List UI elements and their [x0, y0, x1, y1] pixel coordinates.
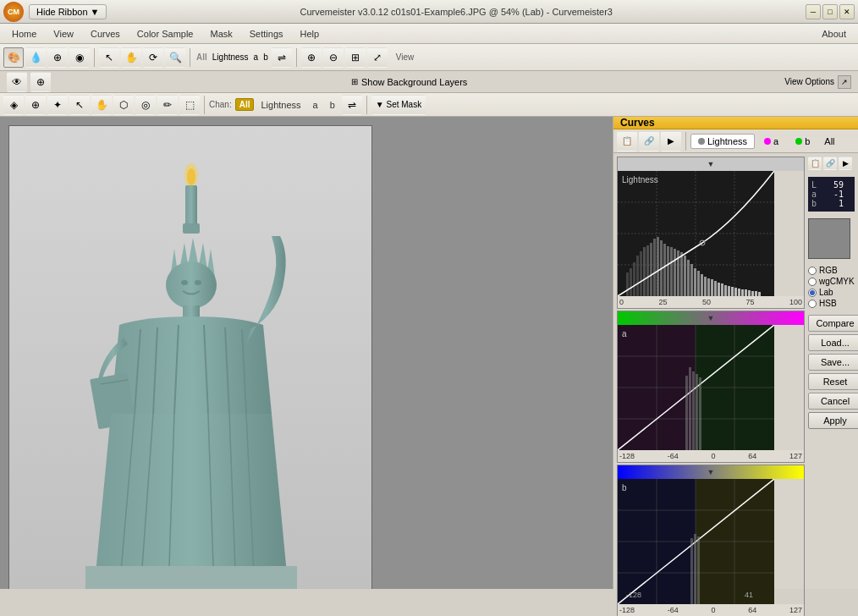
- channel-tool[interactable]: ⊕: [47, 47, 68, 68]
- svg-rect-77: [689, 367, 691, 450]
- menu-view[interactable]: View: [45, 27, 82, 41]
- hand-tool[interactable]: ✋: [121, 47, 141, 68]
- curves-tab-tool-3[interactable]: ▶: [661, 131, 681, 151]
- info-tool-2[interactable]: 🔗: [823, 157, 837, 170]
- curves-tool-4[interactable]: ↖: [69, 95, 90, 115]
- svg-rect-28: [636, 256, 639, 296]
- radio-wgcmyk[interactable]: wgCMYK: [808, 277, 855, 286]
- window-title: Curvemeister v3.0.12 c01s01-Example6.JPG…: [107, 7, 806, 17]
- svg-rect-41: [680, 252, 683, 296]
- load-button[interactable]: Load...: [808, 334, 858, 351]
- zoom-in-btn[interactable]: ⊕: [301, 47, 322, 68]
- curves-tab-all[interactable]: All: [819, 135, 839, 148]
- color-preview-swatch: [808, 218, 850, 259]
- info-tool-3[interactable]: ▶: [839, 157, 852, 170]
- menu-help[interactable]: Help: [292, 27, 328, 41]
- apply-button[interactable]: Apply: [808, 412, 858, 429]
- chan-all-btn[interactable]: All: [235, 98, 255, 111]
- svg-rect-62: [751, 291, 754, 296]
- radio-rgb-circle: [808, 267, 817, 275]
- compare-button[interactable]: Compare: [808, 315, 858, 332]
- svg-rect-52: [718, 283, 720, 296]
- svg-rect-92: [694, 534, 696, 604]
- color-wheel-tool[interactable]: ◉: [69, 47, 90, 68]
- svg-point-3: [187, 168, 195, 185]
- curves-tool-2[interactable]: ⊕: [25, 95, 46, 115]
- eyedropper-tool[interactable]: 💧: [25, 47, 46, 68]
- show-background-layers-button[interactable]: ⊞ Show Background Layers: [351, 77, 467, 87]
- svg-rect-49: [707, 278, 710, 296]
- radio-hsb[interactable]: HSB: [808, 299, 855, 308]
- svg-rect-29: [640, 251, 642, 296]
- zoom-tool[interactable]: 🔍: [165, 47, 185, 68]
- loop-tool[interactable]: ⟳: [143, 47, 163, 68]
- eye-icon[interactable]: 👁: [7, 72, 27, 92]
- action-buttons: Compare Load... Save... Reset Cancel App…: [808, 315, 855, 429]
- lightness-graph[interactable]: Lightness: [618, 171, 774, 296]
- set-mask-btn[interactable]: ▼ Set Mask: [371, 95, 426, 115]
- menu-color-sample[interactable]: Color Sample: [129, 27, 202, 41]
- chan-b-tab[interactable]: b: [325, 99, 340, 111]
- svg-rect-59: [741, 289, 744, 296]
- select-tool[interactable]: ↖: [99, 47, 119, 68]
- curves-graphs: ▼: [617, 157, 805, 616]
- close-button[interactable]: ✕: [839, 4, 855, 19]
- chan-link-btn[interactable]: ⇌: [342, 95, 362, 115]
- titlebar: CM Hide Ribbon ▼ Curvemeister v3.0.12 c0…: [0, 0, 858, 24]
- toolbar-main: 🎨 💧 ⊕ ◉ ↖ ✋ ⟳ 🔍 All Lightness a b ⇌ ⊕ ⊖ …: [0, 44, 858, 71]
- color-picker-tool[interactable]: 🎨: [3, 47, 24, 68]
- svg-text:Lightness: Lightness: [622, 175, 658, 184]
- curves-tool-3[interactable]: ✦: [47, 95, 68, 115]
- curves-tab-tool-1[interactable]: 📋: [617, 131, 637, 151]
- a-graph-header: ▼: [618, 311, 804, 325]
- minimize-button[interactable]: ─: [806, 4, 821, 19]
- about-button[interactable]: About: [813, 27, 855, 41]
- menu-mask[interactable]: Mask: [201, 27, 240, 41]
- menu-settings[interactable]: Settings: [241, 27, 292, 41]
- a-dot: [764, 138, 771, 145]
- curves-tool-6[interactable]: ⬡: [113, 95, 134, 115]
- color-mode-group: RGB wgCMYK Lab HSB: [808, 266, 855, 308]
- b-graph[interactable]: b -128 41: [618, 479, 774, 604]
- save-button[interactable]: Save...: [808, 354, 858, 371]
- curves-tab-b[interactable]: b: [788, 134, 817, 149]
- radio-hsb-label: HSB: [819, 299, 837, 308]
- curves-tool-9[interactable]: ⬚: [179, 95, 200, 115]
- zoom-actual-btn[interactable]: ⤢: [367, 47, 388, 68]
- svg-rect-27: [633, 262, 635, 296]
- zoom-fit-btn[interactable]: ⊞: [345, 47, 366, 68]
- curves-tool-1[interactable]: ◈: [3, 95, 24, 115]
- svg-rect-76: [685, 376, 688, 450]
- cancel-button[interactable]: Cancel: [808, 393, 858, 410]
- svg-rect-25: [626, 272, 629, 296]
- curves-tab-tool-2[interactable]: 🔗: [639, 131, 659, 151]
- zoom-out-btn[interactable]: ⊖: [323, 47, 344, 68]
- expand-view-button[interactable]: ↗: [838, 75, 851, 89]
- b-label: b: [811, 199, 820, 208]
- chan-lightness-tab[interactable]: Lightness: [256, 99, 305, 111]
- menu-curves[interactable]: Curves: [82, 27, 129, 41]
- curves-tab-lightness[interactable]: Lightness: [690, 134, 755, 149]
- svg-rect-63: [755, 291, 757, 296]
- link-channels-btn[interactable]: ⇌: [272, 47, 292, 68]
- hide-ribbon-button[interactable]: Hide Ribbon ▼: [29, 4, 107, 19]
- info-tool-1[interactable]: 📋: [808, 157, 822, 170]
- curves-tool-5[interactable]: ✋: [91, 95, 112, 115]
- L-value-row: L 59: [811, 180, 851, 190]
- radio-lab[interactable]: Lab: [808, 288, 855, 297]
- a-axis-labels: -128 -64 0 64 127: [618, 450, 804, 462]
- radio-rgb[interactable]: RGB: [808, 266, 855, 275]
- maximize-button[interactable]: □: [822, 4, 838, 19]
- curves-tool-8[interactable]: ✏: [157, 95, 178, 115]
- chan-a-tab[interactable]: a: [308, 99, 323, 111]
- curves-tab-a[interactable]: a: [756, 134, 786, 149]
- curves-tool-7[interactable]: ◎: [135, 95, 156, 115]
- svg-rect-36: [663, 244, 666, 296]
- menu-home[interactable]: Home: [3, 27, 45, 41]
- reset-button[interactable]: Reset: [808, 373, 858, 390]
- svg-rect-56: [731, 287, 734, 296]
- layer-link-icon[interactable]: ⊕: [30, 72, 51, 92]
- lightness-graph-container: ▼: [617, 157, 805, 309]
- chan-label: Chan:: [209, 100, 232, 109]
- a-graph[interactable]: a: [618, 325, 774, 450]
